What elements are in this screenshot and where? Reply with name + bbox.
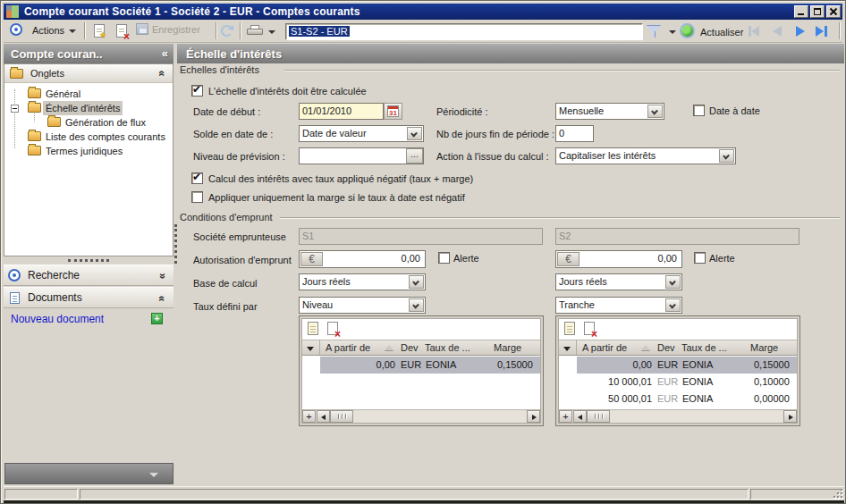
scroll-left-button[interactable] [573,410,587,423]
taux-defini-right-select[interactable]: Tranche [555,297,682,314]
sidebar-section-documents[interactable]: Documents « [4,287,173,308]
actions-menu-button[interactable]: Actions [29,23,81,39]
actualiser-button[interactable]: Actualiser [700,27,743,38]
nav-next-button[interactable] [794,26,808,37]
calendar-icon: 31 [387,105,399,117]
browse-ellipsis-button[interactable]: ... [406,148,423,164]
collapse-group-icon[interactable]: « [157,71,169,77]
grid-row[interactable]: 0,00 EUR EONIA 0,15000 [577,357,797,374]
grid-row-menu[interactable] [302,340,320,355]
expand-section-icon[interactable]: « [157,273,169,280]
col-dev[interactable]: Dev [401,342,419,353]
toolbar-separator [216,22,217,39]
taux-defini-left-select[interactable]: Niveau [299,297,426,314]
calc-checkbox[interactable]: ✔ [191,85,203,97]
niveau-prevision-input[interactable] [299,147,424,164]
grid-plus-button[interactable]: + [302,410,316,423]
chevron-down-icon[interactable] [719,149,734,163]
sidebar-splitter-handle[interactable] [68,259,109,262]
sidebar-item-liste-comptes[interactable]: Liste des comptes courants [5,130,172,144]
print-dropdown-icon[interactable] [268,30,275,34]
nav-previous-button[interactable] [771,26,785,37]
grid-add-row-icon[interactable] [308,322,318,335]
nb-jours-input[interactable]: 0 [555,125,594,142]
refresh-icon[interactable] [221,25,233,37]
action-calcul-select[interactable]: Capitaliser les intérêts [555,147,736,164]
chevron-down-icon[interactable] [409,298,424,312]
chevron-down-icon[interactable] [647,105,663,118]
grid-plus-button[interactable]: + [559,410,572,423]
col-marge[interactable]: Marge [750,342,778,353]
filter-icon[interactable] [647,25,661,38]
col-taux[interactable]: Taux de ... [681,342,727,353]
euro-currency-icon[interactable]: € [300,252,323,266]
grid-hscrollbar[interactable]: + [559,409,797,423]
chevron-down-icon[interactable] [665,298,681,312]
app-icon [6,5,19,18]
nav-last-button[interactable] [816,26,830,37]
chevron-down-icon[interactable] [665,275,681,289]
sidebar-bottom-dropdown[interactable] [4,463,173,484]
col-marge[interactable]: Marge [494,342,521,353]
add-document-icon[interactable]: + [151,313,163,324]
sidebar-item-echelle-interets[interactable]: Échelle d'intérêts [5,101,172,115]
sidebar-item-termes-juridiques[interactable]: Termes juridiques [5,144,172,158]
save-button[interactable]: Enregistrer [136,23,200,35]
print-button[interactable] [247,25,263,36]
filter-dropdown-icon[interactable] [669,30,676,34]
grid-row[interactable]: 0,00 EUR EONIA 0,15000 [320,357,540,374]
sidebar-item-generation-flux[interactable]: Génération de flux [5,115,172,130]
scroll-right-button[interactable] [783,410,797,423]
solde-select[interactable]: Date de valeur [299,125,424,142]
actualiser-icon[interactable] [681,25,693,37]
euro-currency-icon[interactable]: € [557,252,580,266]
vertical-splitter-handle[interactable] [174,224,177,264]
periodicite-select[interactable]: Mensuelle [555,103,664,120]
collapse-section-icon[interactable]: « [157,296,169,302]
grid-delete-row-icon[interactable]: × [327,322,338,335]
date-debut-input[interactable]: 01/01/2010 [299,103,384,120]
minimize-button[interactable] [794,5,808,18]
chevron-down-icon[interactable] [409,275,424,289]
base-calcul-left-select[interactable]: Jours réels [299,273,426,290]
scroll-thumb[interactable] [587,410,610,423]
marge-negatif-checkbox[interactable] [191,191,203,203]
close-button[interactable] [826,5,841,18]
delete-record-button[interactable]: × [112,22,131,40]
col-a-partir-de[interactable]: A partir de [582,342,627,353]
nav-first-button[interactable] [749,26,763,37]
scroll-thumb[interactable] [330,410,353,423]
sidebar-section-recherche[interactable]: Recherche « [4,265,173,286]
tree-collapse-icon[interactable] [11,105,19,113]
scroll-left-button[interactable] [317,410,330,423]
record-selector-input[interactable]: S1-S2 - EUR [285,23,643,40]
collapse-sidebar-icon[interactable]: « [162,46,168,60]
col-a-partir-de[interactable]: A partir de [326,342,370,353]
alerte-right-checkbox[interactable] [694,252,706,264]
alerte-right-label: Alerte [709,253,735,264]
onglets-group-header[interactable]: Onglets « [4,64,173,83]
grid-add-row-icon[interactable] [564,322,575,335]
date-a-date-checkbox[interactable] [693,105,705,116]
maximize-button[interactable] [810,5,825,18]
grid-delete-row-icon[interactable]: × [584,322,595,335]
grid-hscrollbar[interactable]: + [302,409,540,423]
application-window: Compte courant Société 1 - Société 2 - E… [0,0,846,504]
taux-negatif-checkbox[interactable]: ✔ [191,172,203,184]
grid-row-menu[interactable] [559,340,577,355]
base-calcul-right-select[interactable]: Jours réels [555,273,682,290]
col-dev[interactable]: Dev [657,342,675,353]
calendar-button[interactable]: 31 [384,103,402,120]
grid-row[interactable]: 10 000,01 EUR EONIA 0,10000 [577,374,797,391]
chevron-down-icon[interactable] [407,127,422,140]
grid-row[interactable]: 50 000,01 EUR EONIA 0,00000 [577,391,797,407]
autorisation-right-input[interactable]: € 0,00 [555,250,682,268]
sidebar-item-general[interactable]: Général [5,87,172,101]
autorisation-left-input[interactable]: € 0,00 [299,250,426,268]
resize-grip[interactable] [833,489,842,498]
new-record-button[interactable]: ★ [89,22,109,40]
scroll-right-button[interactable] [527,410,540,423]
alerte-left-checkbox[interactable] [438,252,450,264]
col-taux[interactable]: Taux de ... [425,342,470,353]
new-document-link[interactable]: Nouveau document [11,313,104,325]
